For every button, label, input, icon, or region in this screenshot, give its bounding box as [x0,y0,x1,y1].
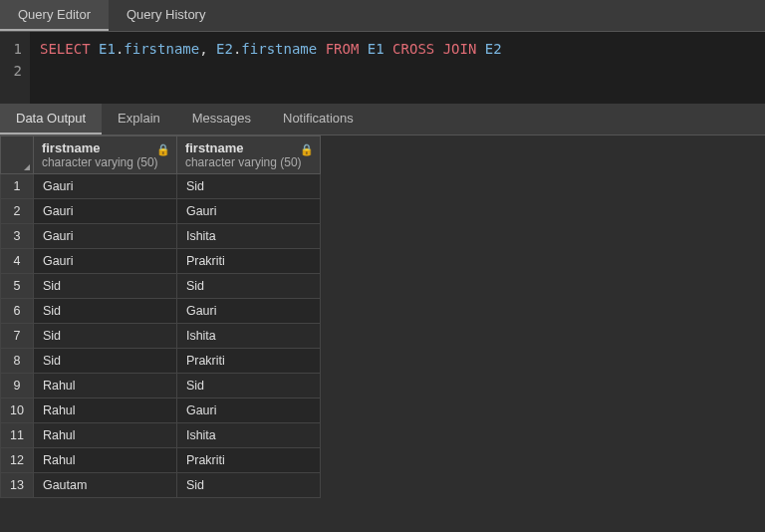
table-row[interactable]: 12RahulPrakriti [1,448,321,473]
line-number: 1 [6,38,22,60]
result-tabs: Data Output Explain Messages Notificatio… [0,104,765,135]
row-number[interactable]: 12 [1,448,34,473]
table-row[interactable]: 3GauriIshita [1,224,321,249]
tab-messages[interactable]: Messages [176,104,267,134]
table-row[interactable]: 11RahulIshita [1,423,321,448]
row-number[interactable]: 4 [1,249,34,274]
table-row[interactable]: 10RahulGauri [1,399,321,423]
row-number[interactable]: 6 [1,299,34,324]
table-row[interactable]: 1GauriSid [1,174,321,199]
table-row[interactable]: 4GauriPrakriti [1,249,321,274]
row-number[interactable]: 3 [1,224,34,249]
cell[interactable]: Prakriti [176,249,320,274]
cell[interactable]: Sid [33,274,176,299]
cell[interactable]: Sid [176,374,320,399]
cell[interactable]: Gautam [33,473,176,498]
code-content[interactable]: SELECT E1.firstname, E2.firstname FROM E… [30,32,512,104]
cell[interactable]: Gauri [33,249,176,274]
results-table: firstname 🔒 character varying (50) first… [0,135,321,498]
row-number[interactable]: 9 [1,374,34,399]
row-number[interactable]: 10 [1,399,34,423]
column-name: firstname [42,140,101,155]
row-number[interactable]: 13 [1,473,34,498]
sql-identifier: E2 [485,41,502,57]
tab-notifications[interactable]: Notifications [267,104,370,134]
cell[interactable]: Sid [176,274,320,299]
line-gutter: 1 2 [0,32,30,104]
tab-query-editor[interactable]: Query Editor [0,0,109,31]
sql-keyword: SELECT [40,41,91,57]
row-number[interactable]: 2 [1,199,34,224]
row-number-header[interactable] [1,136,34,174]
table-row[interactable]: 8SidPrakriti [1,349,321,374]
row-number[interactable]: 8 [1,349,34,374]
cell[interactable]: Prakriti [176,349,320,374]
table-row[interactable]: 7SidIshita [1,324,321,349]
row-number[interactable]: 7 [1,324,34,349]
row-number[interactable]: 5 [1,274,34,299]
tab-query-history[interactable]: Query History [109,0,223,31]
sql-identifier: E1 [368,41,384,57]
cell[interactable]: Gauri [176,199,320,224]
lock-icon: 🔒 [156,143,170,156]
table-row[interactable]: 2GauriGauri [1,199,321,224]
sql-keyword: FROM [326,41,360,57]
sql-identifier: E2 [216,41,233,57]
cell[interactable]: Prakriti [176,448,320,473]
code-editor[interactable]: 1 2 SELECT E1.firstname, E2.firstname FR… [0,32,765,104]
sql-identifier: E1 [99,41,116,57]
column-name: firstname [185,140,244,155]
corner-triangle-icon [24,164,30,170]
column-type: character varying (50) [42,155,168,169]
cell[interactable]: Sid [176,473,320,498]
cell[interactable]: Gauri [33,199,176,224]
sql-keyword: CROSS [392,41,434,57]
cell[interactable]: Gauri [33,174,176,199]
cell[interactable]: Gauri [176,399,320,423]
cell[interactable]: Sid [33,299,176,324]
column-header[interactable]: firstname 🔒 character varying (50) [33,136,176,174]
table-row[interactable]: 6SidGauri [1,299,321,324]
editor-tabs: Query Editor Query History [0,0,765,32]
cell[interactable]: Sid [33,324,176,349]
cell[interactable]: Sid [176,174,320,199]
row-number[interactable]: 1 [1,174,34,199]
tab-explain[interactable]: Explain [102,104,176,134]
cell[interactable]: Sid [33,349,176,374]
sql-identifier: firstname [241,41,317,57]
table-row[interactable]: 5SidSid [1,274,321,299]
cell[interactable]: Ishita [176,224,320,249]
column-header[interactable]: firstname 🔒 character varying (50) [176,136,320,174]
cell[interactable]: Ishita [176,423,320,448]
cell[interactable]: Rahul [33,374,176,399]
row-number[interactable]: 11 [1,423,34,448]
line-number: 2 [6,60,22,82]
cell[interactable]: Rahul [33,423,176,448]
sql-keyword: JOIN [443,41,477,57]
tab-data-output[interactable]: Data Output [0,104,102,134]
lock-icon: 🔒 [300,143,314,156]
table-row[interactable]: 9RahulSid [1,374,321,399]
cell[interactable]: Gauri [176,299,320,324]
cell[interactable]: Rahul [33,399,176,423]
table-row[interactable]: 13GautamSid [1,473,321,498]
cell[interactable]: Rahul [33,448,176,473]
cell[interactable]: Ishita [176,324,320,349]
column-type: character varying (50) [185,155,312,169]
cell[interactable]: Gauri [33,224,176,249]
sql-identifier: firstname [124,41,199,57]
